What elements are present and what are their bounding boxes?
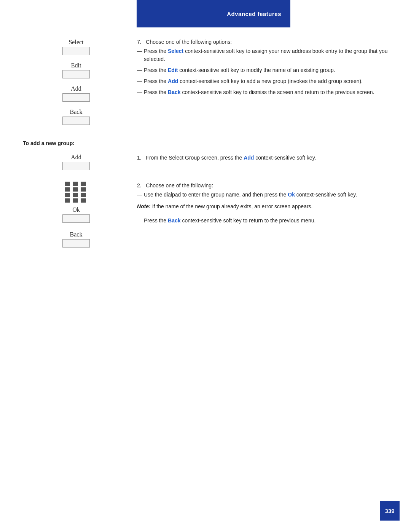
bullet-back2-dash: — bbox=[137, 217, 144, 225]
bullet-back2: — Press the Back context-sensitive soft … bbox=[137, 217, 388, 225]
bullet-back: — Press the Back context-sensitive soft … bbox=[137, 88, 388, 96]
dialpad-key-3 bbox=[81, 182, 86, 186]
softkey-add2-label: Add bbox=[71, 154, 81, 161]
bullet-select-dash: — bbox=[137, 47, 144, 63]
bullet-back2-text: Press the Back context-sensitive soft ke… bbox=[144, 217, 388, 225]
dialpad-key-10 bbox=[65, 198, 70, 203]
softkey-ok-label: Ok bbox=[72, 206, 80, 213]
step-2-right: 2. Choose one of the following: — Use th… bbox=[129, 182, 388, 228]
step-1-right: 1. From the Select Group screen, press t… bbox=[129, 154, 388, 163]
add-new-group-heading: To add a new group: bbox=[23, 140, 388, 146]
softkey-back-box[interactable] bbox=[62, 117, 90, 125]
dialpad-key-2 bbox=[73, 182, 78, 186]
link-edit: Edit bbox=[168, 67, 178, 73]
softkey-select-box[interactable] bbox=[62, 47, 90, 55]
note-label: Note: bbox=[137, 203, 151, 209]
softkey-add-box[interactable] bbox=[62, 93, 90, 102]
step-7-left: Select Edit Add Back bbox=[23, 39, 129, 129]
link-add2: Add bbox=[244, 155, 254, 161]
link-back: Back bbox=[168, 89, 180, 95]
bullet-add-dash: — bbox=[137, 77, 144, 85]
step-1-heading: 1. From the Select Group screen, press t… bbox=[137, 155, 388, 161]
link-select: Select bbox=[168, 48, 183, 54]
step-7-number: 7. bbox=[137, 39, 144, 45]
softkey-add-label: Add bbox=[71, 85, 81, 92]
dialpad-key-6 bbox=[81, 187, 86, 192]
bullet-select: — Press the Select context-sensitive sof… bbox=[137, 47, 388, 63]
step-1-number: 1. bbox=[137, 155, 144, 161]
bullet-select-text: Press the Select context-sensitive soft … bbox=[144, 47, 388, 63]
dialpad-key-11 bbox=[73, 198, 78, 203]
dialpad-key-12 bbox=[81, 198, 86, 203]
step-7-content: 7. Choose one of the following options: … bbox=[137, 39, 388, 96]
softkey-back2-label: Back bbox=[70, 231, 83, 238]
dialpad-key-8 bbox=[73, 193, 78, 197]
softkey-edit-box[interactable] bbox=[62, 70, 90, 78]
softkey-add-group: Add bbox=[62, 85, 90, 102]
link-back2: Back bbox=[168, 217, 180, 224]
softkey-ok-group: Ok bbox=[62, 206, 90, 223]
step-7-right: 7. Choose one of the following options: … bbox=[129, 39, 388, 129]
bullet-edit-text: Press the Edit context-sensitive soft ke… bbox=[144, 66, 388, 74]
softkey-back-group: Back bbox=[62, 109, 90, 125]
softkey-edit-label: Edit bbox=[71, 62, 81, 69]
step-2-number: 2. bbox=[137, 182, 144, 189]
dialpad-key-1 bbox=[65, 182, 70, 186]
softkey-add2-box[interactable] bbox=[62, 162, 90, 170]
step-2-heading: 2. Choose one of the following: bbox=[137, 182, 388, 189]
softkey-select-group: Select bbox=[62, 39, 90, 55]
step-2-bullets: — Use the dialpad to enter the group nam… bbox=[137, 191, 388, 199]
bullet-dialpad-ok: — Use the dialpad to enter the group nam… bbox=[137, 191, 388, 199]
step-2-left: Ok Back bbox=[23, 182, 129, 251]
bullet-back-dash: — bbox=[137, 88, 144, 96]
header-bar: Advanced features bbox=[137, 0, 290, 27]
page-container: Advanced features Select Edit Add bbox=[0, 0, 411, 532]
bullet-dialpad-text: Use the dialpad to enter the group name,… bbox=[144, 191, 388, 199]
header-title: Advanced features bbox=[227, 11, 281, 17]
step-7-section: Select Edit Add Back bbox=[23, 39, 388, 129]
softkey-select-label: Select bbox=[68, 39, 83, 46]
softkey-back-label: Back bbox=[70, 109, 83, 115]
link-ok: Ok bbox=[288, 192, 295, 198]
step-1-section: Add 1. From the Select Group screen, pre… bbox=[23, 154, 388, 174]
bullet-edit-dash: — bbox=[137, 66, 144, 74]
softkey-back2-box[interactable] bbox=[62, 239, 90, 248]
dialpad-key-7 bbox=[65, 193, 70, 197]
page-number: 339 bbox=[380, 501, 400, 521]
note-block: Note: If the name of the new group alrea… bbox=[137, 203, 388, 211]
note-text: If the name of the new group already exi… bbox=[152, 203, 313, 209]
link-add: Add bbox=[168, 78, 178, 84]
softkey-edit-group: Edit bbox=[62, 62, 90, 78]
step-7-bullets: — Press the Select context-sensitive sof… bbox=[137, 47, 388, 96]
content: Select Edit Add Back bbox=[0, 27, 411, 274]
step-1-left: Add bbox=[23, 154, 129, 174]
bullet-add-text: Press the Add context-sensitive soft key… bbox=[144, 77, 388, 85]
dialpad-key-9 bbox=[81, 193, 86, 197]
dialpad-icon bbox=[65, 182, 88, 203]
dialpad-key-5 bbox=[73, 187, 78, 192]
step-7-heading: 7. Choose one of the following options: bbox=[137, 39, 388, 45]
bullet-edit: — Press the Edit context-sensitive soft … bbox=[137, 66, 388, 74]
step-2-back-bullets: — Press the Back context-sensitive soft … bbox=[137, 217, 388, 225]
softkey-back2-group: Back bbox=[62, 231, 90, 248]
bullet-back-text: Press the Back context-sensitive soft ke… bbox=[144, 88, 388, 96]
softkey-add2-group: Add bbox=[62, 154, 90, 170]
step-2-section: Ok Back 2. Choose one of the following: bbox=[23, 182, 388, 251]
bullet-add: — Press the Add context-sensitive soft k… bbox=[137, 77, 388, 85]
softkey-ok-box[interactable] bbox=[62, 214, 90, 223]
dialpad-key-4 bbox=[65, 187, 70, 192]
bullet-dialpad-dash: — bbox=[137, 191, 144, 199]
